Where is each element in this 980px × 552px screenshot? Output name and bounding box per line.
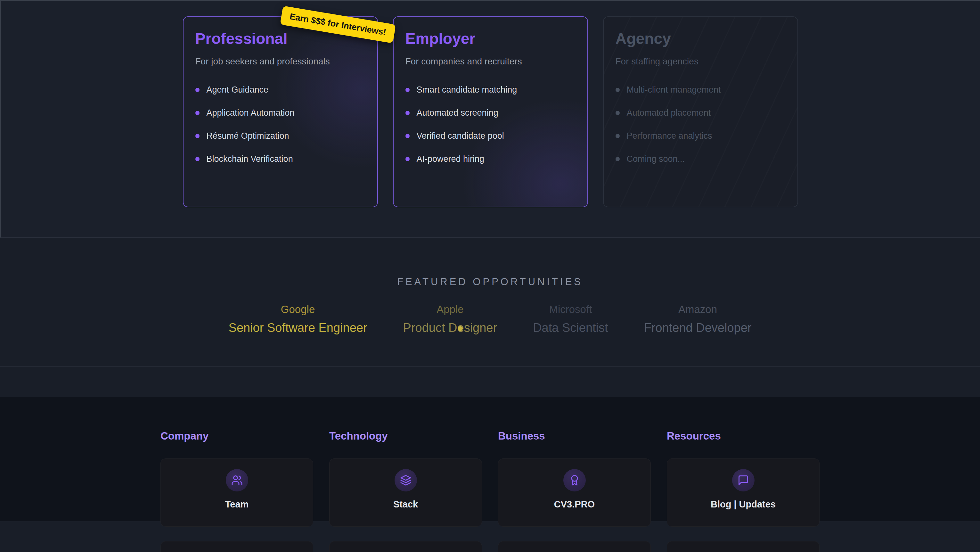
plan-feature-label: Coming soon... [627, 154, 685, 164]
icon-circle [732, 469, 754, 491]
plan-subtitle: For staffing agencies [616, 56, 786, 67]
plan-feature-label: AI-powered hiring [417, 154, 485, 164]
footer-column-business: Business CV3.PRO [498, 430, 651, 552]
plan-subtitle: For job seekers and professionals [196, 56, 366, 67]
bullet-icon [616, 157, 620, 161]
plan-feature-label: Verified candidate pool [417, 131, 504, 141]
plan-feature: Performance analytics [616, 131, 786, 141]
plan-feature: Résumé Optimization [196, 131, 366, 141]
bullet-icon [196, 111, 199, 115]
plan-feature: Multi-client management [616, 84, 786, 95]
footer-card-label: Team [161, 499, 313, 510]
footer-card-partial[interactable] [329, 541, 482, 552]
bullet-icon [196, 88, 199, 92]
footer-column-header: Company [161, 430, 313, 442]
footer-card-blog[interactable]: Blog | Updates [667, 458, 819, 527]
bullet-icon [196, 157, 199, 161]
featured-heading: FEATURED OPPORTUNITIES [0, 276, 980, 288]
users-icon [231, 474, 243, 486]
job-company: Microsoft [533, 303, 608, 316]
footer-card-label: CV3.PRO [498, 499, 651, 510]
featured-job-microsoft[interactable]: Microsoft Data Scientist [533, 303, 608, 335]
icon-circle [563, 469, 586, 491]
site-footer: Company Team Technology Stack [0, 397, 980, 521]
footer-column-technology: Technology Stack [329, 430, 482, 552]
plan-feature: Automated placement [616, 107, 786, 118]
plan-feature-label: Blockchain Verification [207, 154, 293, 164]
footer-column-header: Business [498, 430, 651, 442]
bullet-icon [406, 134, 410, 138]
plan-feature-list: Multi-client management Automated placem… [616, 84, 786, 164]
plan-feature: Smart candidate matching [406, 84, 576, 95]
footer-column-header: Resources [667, 430, 819, 442]
layers-icon [400, 474, 412, 486]
plan-title: Agency [616, 30, 786, 48]
footer-column-header: Technology [329, 430, 482, 442]
footer-columns: Company Team Technology Stack [0, 430, 980, 552]
active-carousel-dot [458, 326, 463, 331]
page: { "theme": { "accent": "#8b5cf6", "accen… [0, 0, 980, 552]
featured-job-apple[interactable]: Apple Product Designer [403, 303, 497, 335]
job-company: Google [229, 303, 368, 316]
footer-card-team[interactable]: Team [161, 458, 313, 527]
bullet-icon [406, 88, 410, 92]
plan-feature-label: Résumé Optimization [207, 131, 289, 141]
plan-feature: Verified candidate pool [406, 131, 576, 141]
award-icon [569, 474, 580, 486]
footer-card-partial[interactable] [161, 541, 313, 552]
plan-feature: Application Automation [196, 107, 366, 118]
plan-card-professional[interactable]: Professional For job seekers and profess… [183, 16, 378, 207]
icon-circle [226, 469, 248, 491]
footer-card-partial[interactable] [667, 541, 819, 552]
footer-column-resources: Resources Blog | Updates [667, 430, 819, 552]
job-role: Product Designer [403, 321, 497, 335]
featured-jobs-row: Google Senior Software Engineer Apple Pr… [0, 303, 980, 335]
plan-feature-list: Agent Guidance Application Automation Ré… [196, 84, 366, 164]
plan-feature-label: Performance analytics [627, 131, 712, 141]
job-role: Senior Software Engineer [229, 321, 368, 335]
plan-feature-label: Application Automation [207, 108, 294, 118]
icon-circle [395, 469, 417, 491]
section-spacer [0, 367, 980, 397]
footer-card-stack[interactable]: Stack [329, 458, 482, 527]
featured-job-google[interactable]: Google Senior Software Engineer [229, 303, 368, 335]
plan-feature-label: Automated placement [627, 108, 711, 118]
plan-subtitle: For companies and recruiters [406, 56, 576, 67]
job-company: Amazon [644, 303, 752, 316]
featured-job-amazon[interactable]: Amazon Frontend Developer [644, 303, 752, 335]
plans-section: Earn $$$ for Interviews! Professional Fo… [0, 0, 980, 238]
plan-feature-label: Agent Guidance [207, 85, 269, 95]
plan-title: Employer [406, 30, 576, 48]
plan-feature: AI-powered hiring [406, 153, 576, 164]
job-company: Apple [403, 303, 497, 316]
plan-feature-label: Automated screening [417, 108, 498, 118]
plan-feature: Blockchain Verification [196, 153, 366, 164]
plan-feature-label: Multi-client management [627, 85, 721, 95]
bullet-icon [616, 134, 620, 138]
bullet-icon [616, 88, 620, 92]
job-role: Data Scientist [533, 321, 608, 335]
bullet-icon [616, 111, 620, 115]
plan-feature-label: Smart candidate matching [417, 85, 517, 95]
plan-feature: Agent Guidance [196, 84, 366, 95]
plan-feature: Automated screening [406, 107, 576, 118]
plan-feature-list: Smart candidate matching Automated scree… [406, 84, 576, 164]
plan-card-employer[interactable]: Employer For companies and recruiters Sm… [393, 16, 588, 207]
job-role: Frontend Developer [644, 321, 752, 335]
plan-feature: Coming soon... [616, 153, 786, 164]
bullet-icon [406, 111, 410, 115]
plans-row: Professional For job seekers and profess… [1, 1, 980, 207]
footer-card-label: Stack [329, 499, 482, 510]
footer-card-cv3pro[interactable]: CV3.PRO [498, 458, 651, 527]
bullet-icon [406, 157, 410, 161]
bullet-icon [196, 134, 199, 138]
footer-card-label: Blog | Updates [667, 499, 819, 510]
footer-column-company: Company Team [161, 430, 313, 552]
plan-card-agency: Agency For staffing agencies Multi-clien… [603, 16, 798, 207]
chat-icon [738, 474, 749, 486]
featured-opportunities-section: FEATURED OPPORTUNITIES Google Senior Sof… [0, 238, 980, 367]
footer-card-partial[interactable] [498, 541, 651, 552]
